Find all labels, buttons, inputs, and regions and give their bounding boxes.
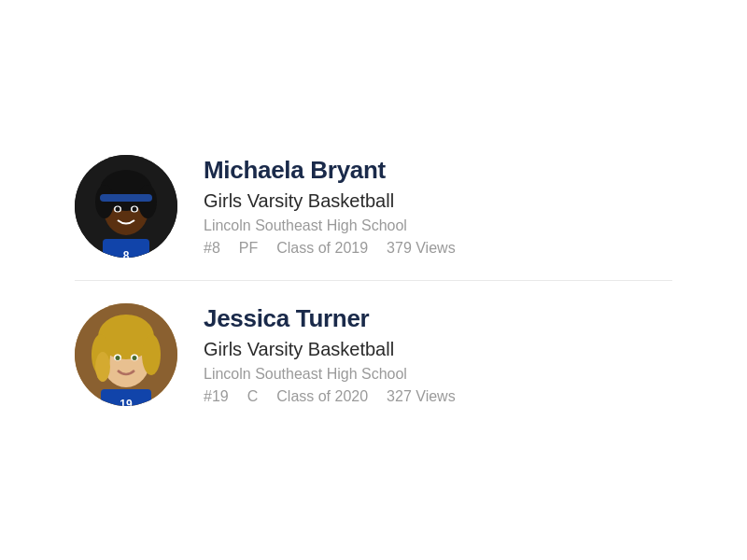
meta-item: 379 Views [387, 240, 456, 257]
svg-point-9 [133, 206, 137, 211]
meta-item: #8 [204, 240, 220, 257]
svg-text:8: 8 [123, 249, 130, 258]
svg-rect-5 [100, 194, 152, 202]
meta-item: 327 Views [387, 388, 456, 405]
avatar: 19 [75, 303, 177, 406]
meta-item: #19 [204, 388, 229, 405]
meta-item: PF [239, 240, 258, 257]
svg-point-20 [116, 356, 120, 360]
player-info: Jessica TurnerGirls Varsity BasketballLi… [204, 304, 456, 405]
player-list: 8 Michaela BryantGirls Varsity Basketbal… [75, 133, 672, 428]
player-school: Lincoln Southeast High School [204, 217, 456, 234]
svg-point-21 [133, 356, 137, 360]
player-sport: Girls Varsity Basketball [204, 190, 456, 212]
meta-item: C [247, 388, 259, 405]
player-meta: #8PFClass of 2019379 Views [204, 240, 456, 257]
player-school: Lincoln Southeast High School [204, 366, 456, 383]
player-meta: #19CClass of 2020327 Views [204, 388, 456, 405]
player-card-jessica-turner[interactable]: 19 Jessica TurnerGirls Varsity Basketbal… [75, 280, 672, 428]
avatar: 8 [75, 155, 177, 258]
player-card-michaela-bryant[interactable]: 8 Michaela BryantGirls Varsity Basketbal… [75, 133, 672, 280]
svg-point-17 [95, 352, 110, 382]
player-info: Michaela BryantGirls Varsity BasketballL… [204, 156, 456, 257]
player-name: Michaela Bryant [204, 156, 456, 185]
svg-text:19: 19 [120, 398, 133, 406]
meta-item: Class of 2019 [276, 240, 368, 257]
svg-point-8 [116, 206, 120, 211]
player-sport: Girls Varsity Basketball [204, 339, 456, 360]
svg-point-16 [142, 334, 161, 375]
player-name: Jessica Turner [204, 304, 456, 333]
meta-item: Class of 2020 [276, 388, 368, 405]
